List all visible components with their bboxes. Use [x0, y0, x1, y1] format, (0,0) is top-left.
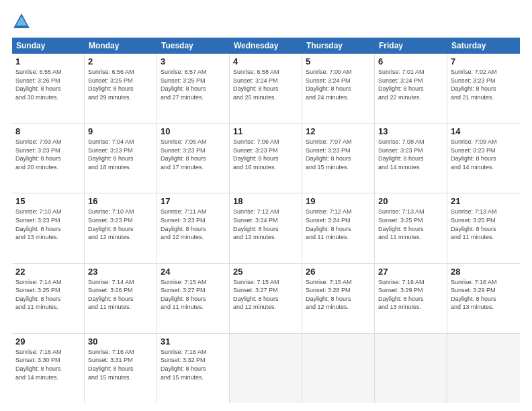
day-info: Sunrise: 7:11 AM Sunset: 3:23 PM Dayligh…: [161, 208, 226, 241]
day-cell-11: 11Sunrise: 7:06 AM Sunset: 3:23 PM Dayli…: [230, 124, 302, 193]
header: [12, 12, 520, 31]
logo: [12, 12, 34, 31]
day-number: 3: [161, 56, 226, 66]
day-cell-18: 18Sunrise: 7:12 AM Sunset: 3:24 PM Dayli…: [230, 193, 302, 263]
day-cell-7: 7Sunrise: 7:02 AM Sunset: 3:23 PM Daylig…: [447, 54, 520, 123]
day-info: Sunrise: 6:58 AM Sunset: 3:24 PM Dayligh…: [233, 68, 298, 101]
day-info: Sunrise: 7:06 AM Sunset: 3:23 PM Dayligh…: [233, 138, 298, 171]
day-info: Sunrise: 6:57 AM Sunset: 3:25 PM Dayligh…: [161, 68, 226, 101]
day-info: Sunrise: 7:01 AM Sunset: 3:24 PM Dayligh…: [378, 68, 443, 101]
day-cell-4: 4Sunrise: 6:58 AM Sunset: 3:24 PM Daylig…: [230, 54, 302, 123]
day-info: Sunrise: 7:16 AM Sunset: 3:29 PM Dayligh…: [451, 278, 517, 312]
day-number: 5: [306, 56, 371, 66]
day-number: 26: [306, 267, 371, 277]
day-info: Sunrise: 7:09 AM Sunset: 3:23 PM Dayligh…: [451, 138, 517, 171]
day-info: Sunrise: 7:00 AM Sunset: 3:24 PM Dayligh…: [306, 68, 371, 101]
header-day-sunday: Sunday: [12, 38, 85, 54]
day-number: 18: [233, 196, 298, 206]
day-number: 11: [233, 126, 298, 136]
day-cell-2: 2Sunrise: 6:56 AM Sunset: 3:25 PM Daylig…: [85, 54, 157, 123]
day-cell-27: 27Sunrise: 7:16 AM Sunset: 3:29 PM Dayli…: [375, 264, 447, 333]
day-info: Sunrise: 7:16 AM Sunset: 3:30 PM Dayligh…: [15, 348, 81, 381]
day-number: 17: [161, 196, 226, 206]
day-cell-28: 28Sunrise: 7:16 AM Sunset: 3:29 PM Dayli…: [447, 264, 520, 333]
day-number: 8: [15, 126, 81, 136]
day-number: 19: [306, 196, 371, 206]
day-info: Sunrise: 7:05 AM Sunset: 3:23 PM Dayligh…: [161, 138, 226, 171]
day-info: Sunrise: 7:13 AM Sunset: 3:25 PM Dayligh…: [451, 208, 517, 241]
day-cell-6: 6Sunrise: 7:01 AM Sunset: 3:24 PM Daylig…: [375, 54, 447, 123]
day-info: Sunrise: 7:15 AM Sunset: 3:28 PM Dayligh…: [306, 278, 371, 312]
day-cell-13: 13Sunrise: 7:08 AM Sunset: 3:23 PM Dayli…: [375, 124, 447, 193]
week-row-3: 15Sunrise: 7:10 AM Sunset: 3:23 PM Dayli…: [12, 193, 520, 263]
day-info: Sunrise: 7:02 AM Sunset: 3:23 PM Dayligh…: [451, 68, 517, 101]
header-day-saturday: Saturday: [447, 38, 520, 54]
day-cell-29: 29Sunrise: 7:16 AM Sunset: 3:30 PM Dayli…: [12, 334, 85, 403]
week-row-5: 29Sunrise: 7:16 AM Sunset: 3:30 PM Dayli…: [12, 334, 520, 403]
day-cell-3: 3Sunrise: 6:57 AM Sunset: 3:25 PM Daylig…: [157, 54, 230, 123]
week-row-2: 8Sunrise: 7:03 AM Sunset: 3:23 PM Daylig…: [12, 124, 520, 193]
day-info: Sunrise: 7:14 AM Sunset: 3:26 PM Dayligh…: [88, 278, 153, 312]
day-cell-19: 19Sunrise: 7:12 AM Sunset: 3:24 PM Dayli…: [302, 193, 375, 263]
day-info: Sunrise: 7:14 AM Sunset: 3:25 PM Dayligh…: [15, 278, 81, 312]
header-day-wednesday: Wednesday: [230, 38, 302, 54]
week-row-4: 22Sunrise: 7:14 AM Sunset: 3:25 PM Dayli…: [12, 264, 520, 334]
empty-cell: [447, 334, 520, 403]
day-info: Sunrise: 7:04 AM Sunset: 3:23 PM Dayligh…: [88, 138, 153, 171]
day-number: 16: [88, 196, 153, 206]
day-cell-23: 23Sunrise: 7:14 AM Sunset: 3:26 PM Dayli…: [85, 264, 157, 333]
day-number: 13: [378, 126, 443, 136]
day-cell-30: 30Sunrise: 7:16 AM Sunset: 3:31 PM Dayli…: [85, 334, 157, 403]
day-number: 20: [378, 196, 443, 206]
day-info: Sunrise: 7:08 AM Sunset: 3:23 PM Dayligh…: [378, 138, 443, 171]
day-info: Sunrise: 7:03 AM Sunset: 3:23 PM Dayligh…: [15, 138, 81, 171]
day-info: Sunrise: 7:10 AM Sunset: 3:23 PM Dayligh…: [88, 208, 153, 241]
calendar-body: 1Sunrise: 6:55 AM Sunset: 3:26 PM Daylig…: [12, 54, 520, 403]
day-info: Sunrise: 7:13 AM Sunset: 3:25 PM Dayligh…: [378, 208, 443, 241]
header-day-monday: Monday: [85, 38, 157, 54]
day-info: Sunrise: 7:16 AM Sunset: 3:29 PM Dayligh…: [378, 278, 443, 312]
day-number: 9: [88, 126, 153, 136]
day-number: 12: [306, 126, 371, 136]
day-info: Sunrise: 7:16 AM Sunset: 3:31 PM Dayligh…: [88, 348, 153, 381]
day-info: Sunrise: 7:15 AM Sunset: 3:27 PM Dayligh…: [161, 278, 226, 312]
day-cell-31: 31Sunrise: 7:16 AM Sunset: 3:32 PM Dayli…: [157, 334, 230, 403]
day-cell-12: 12Sunrise: 7:07 AM Sunset: 3:23 PM Dayli…: [302, 124, 375, 193]
day-cell-16: 16Sunrise: 7:10 AM Sunset: 3:23 PM Dayli…: [85, 193, 157, 263]
calendar-header: SundayMondayTuesdayWednesdayThursdayFrid…: [12, 38, 520, 54]
day-number: 29: [15, 336, 81, 347]
day-info: Sunrise: 7:16 AM Sunset: 3:32 PM Dayligh…: [161, 348, 226, 381]
day-cell-8: 8Sunrise: 7:03 AM Sunset: 3:23 PM Daylig…: [12, 124, 85, 193]
logo-icon: [12, 12, 31, 31]
header-day-thursday: Thursday: [302, 38, 375, 54]
day-info: Sunrise: 6:55 AM Sunset: 3:26 PM Dayligh…: [15, 68, 81, 101]
day-cell-25: 25Sunrise: 7:15 AM Sunset: 3:27 PM Dayli…: [230, 264, 302, 333]
day-number: 4: [233, 56, 298, 66]
calendar: SundayMondayTuesdayWednesdayThursdayFrid…: [12, 38, 520, 403]
day-number: 1: [15, 56, 81, 66]
day-cell-22: 22Sunrise: 7:14 AM Sunset: 3:25 PM Dayli…: [12, 264, 85, 333]
day-cell-5: 5Sunrise: 7:00 AM Sunset: 3:24 PM Daylig…: [302, 54, 375, 123]
day-number: 7: [451, 56, 517, 66]
day-info: Sunrise: 6:56 AM Sunset: 3:25 PM Dayligh…: [88, 68, 153, 101]
day-cell-10: 10Sunrise: 7:05 AM Sunset: 3:23 PM Dayli…: [157, 124, 230, 193]
page: SundayMondayTuesdayWednesdayThursdayFrid…: [0, 0, 532, 411]
day-number: 14: [451, 126, 517, 136]
day-number: 22: [15, 267, 81, 277]
day-cell-14: 14Sunrise: 7:09 AM Sunset: 3:23 PM Dayli…: [447, 124, 520, 193]
day-number: 2: [88, 56, 153, 66]
day-number: 10: [161, 126, 226, 136]
day-number: 15: [15, 196, 81, 206]
day-cell-1: 1Sunrise: 6:55 AM Sunset: 3:26 PM Daylig…: [12, 54, 85, 123]
day-number: 30: [88, 336, 153, 347]
day-info: Sunrise: 7:10 AM Sunset: 3:23 PM Dayligh…: [15, 208, 81, 241]
day-cell-9: 9Sunrise: 7:04 AM Sunset: 3:23 PM Daylig…: [85, 124, 157, 193]
day-cell-15: 15Sunrise: 7:10 AM Sunset: 3:23 PM Dayli…: [12, 193, 85, 263]
day-cell-17: 17Sunrise: 7:11 AM Sunset: 3:23 PM Dayli…: [157, 193, 230, 263]
day-info: Sunrise: 7:12 AM Sunset: 3:24 PM Dayligh…: [233, 208, 298, 241]
day-number: 25: [233, 267, 298, 277]
day-cell-20: 20Sunrise: 7:13 AM Sunset: 3:25 PM Dayli…: [375, 193, 447, 263]
week-row-1: 1Sunrise: 6:55 AM Sunset: 3:26 PM Daylig…: [12, 54, 520, 124]
day-info: Sunrise: 7:07 AM Sunset: 3:23 PM Dayligh…: [306, 138, 371, 171]
day-number: 24: [161, 267, 226, 277]
